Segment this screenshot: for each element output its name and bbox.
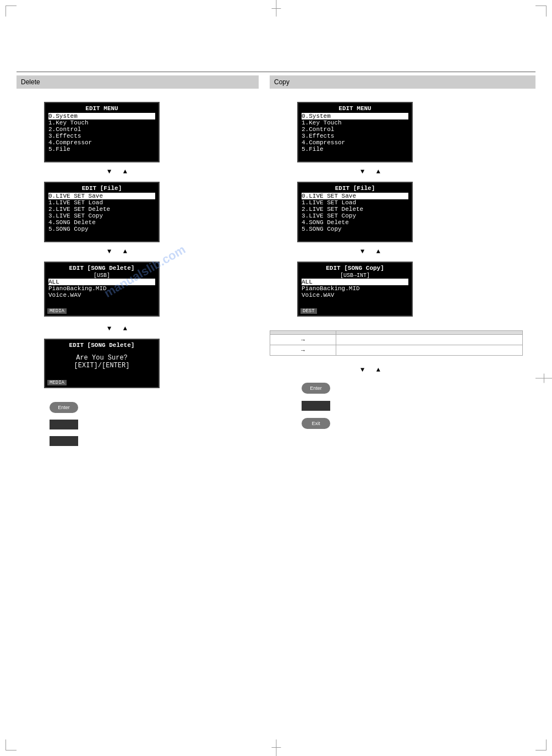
table-cell-1 [336,335,523,345]
right-nav-2: ▼ ▲ [360,248,380,255]
right-nav-3: ▼ ▲ [360,366,380,374]
left-s1-item-3: 3.Effects [48,133,155,139]
left-s2-item-5: 5.SONG Copy [48,226,155,232]
corner-mark-br [535,739,546,750]
left-s1-item-5: 5.File [48,146,155,153]
right-s2-item-4: 4.SONG Delete [302,219,408,226]
main-divider [17,72,535,72]
right-s1-item-5: 5.File [302,146,408,153]
left-screen-2: EDIT [File] 0.LIVE SET Save 1.LIVE SET L… [44,182,160,242]
left-screen-4: EDIT [SONG Delete] Are You Sure? [EXIT]/… [44,339,160,388]
left-s1-item-2: 2.Control [48,126,155,133]
left-exit-button[interactable] [50,436,78,446]
table-header-col2 [336,331,523,335]
right-square-button[interactable] [302,401,330,411]
corner-mark-tr [535,6,546,17]
right-exit-button[interactable]: Exit [302,418,330,429]
table-arrow-1: → [270,335,336,345]
table-row: → [270,345,523,356]
left-nav-2: ▼ ▲ [107,248,127,255]
right-screen-3: EDIT [SONG Copy] [USB→INT] ALL PianoBack… [297,262,413,317]
right-s3-item-0: ALL [302,279,408,285]
info-table: → → [270,330,523,356]
left-s3-item-2: Voice.WAV [48,292,155,298]
right-s1-item-4: 4.Compressor [302,139,408,146]
right-s1-item-1: 1.Key Touch [302,119,408,126]
left-screen-4-title: EDIT [SONG Delete] [48,342,155,349]
left-s2-item-3: 3.LIVE SET Copy [48,213,155,219]
left-screen-2-title: EDIT [File] [48,185,155,192]
right-s3-bottom-label: DEST [300,308,317,314]
crosshair-bottom [276,739,276,756]
left-s2-item-2: 2.LIVE SET Delete [48,206,155,213]
left-s4-bottom-label: MEDIA [47,380,67,385]
left-s3-item-1: PianoBacking.MID [48,285,155,292]
right-screen-1: EDIT MENU 0.System 1.Key Touch 2.Control… [297,102,413,162]
right-screen-3-subtitle: [USB→INT] [302,273,408,279]
corner-mark-bl [6,739,17,750]
right-section-header: Copy [270,75,535,89]
right-s2-item-5: 5.SONG Copy [302,226,408,232]
left-s3-bottom-label: MEDIA [47,308,67,314]
right-s2-item-0: 0.LIVE SET Save [302,193,408,199]
right-s2-item-1: 1.LIVE SET Load [302,199,408,206]
crosshair-top [276,0,276,17]
right-s1-item-3: 3.Effects [302,133,408,139]
left-s1-item-0: 0.System [48,113,155,119]
left-enter-button[interactable]: Enter [50,402,78,413]
right-screen-2-title: EDIT [File] [302,185,408,192]
right-screen-2: EDIT [File] 0.LIVE SET Save 1.LIVE SET L… [297,182,413,242]
left-section-header: Delete [17,75,259,89]
left-s3-item-0: ALL [48,279,155,285]
right-s2-item-2: 2.LIVE SET Delete [302,206,408,213]
left-s4-body-line1: Are You Sure? [48,354,155,362]
table-cell-2 [336,345,523,356]
right-s2-item-3: 3.LIVE SET Copy [302,213,408,219]
right-s1-item-0: 0.System [302,113,408,119]
left-s1-item-1: 1.Key Touch [48,119,155,126]
right-screen-1-title: EDIT MENU [302,105,408,112]
left-screen-3-title: EDIT [SONG Delete] [48,265,155,271]
left-s4-body-line2: [EXIT]/[ENTER] [48,362,155,369]
corner-mark-tl [6,6,17,17]
left-s2-item-0: 0.LIVE SET Save [48,193,155,199]
right-nav-1: ▼ ▲ [360,168,380,176]
left-square-button[interactable] [50,420,78,429]
right-s1-item-2: 2.Control [302,126,408,133]
left-nav-3: ▼ ▲ [107,325,127,333]
right-screen-3-title: EDIT [SONG Copy] [302,265,408,271]
right-s3-item-2: Voice.WAV [302,292,408,298]
left-screen-1-title: EDIT MENU [48,105,155,112]
right-enter-button[interactable]: Enter [302,383,330,394]
crosshair-right [535,378,552,378]
left-screen-3: EDIT [SONG Delete] [USB] ALL PianoBackin… [44,262,160,317]
table-row: → [270,335,523,345]
table-header-col1 [270,331,336,335]
left-s2-item-4: 4.SONG Delete [48,219,155,226]
left-screen-3-subtitle: [USB] [48,273,155,279]
left-nav-1: ▼ ▲ [107,168,127,176]
left-s1-item-4: 4.Compressor [48,139,155,146]
left-screen-1: EDIT MENU 0.System 1.Key Touch 2.Control… [44,102,160,162]
left-s2-item-1: 1.LIVE SET Load [48,199,155,206]
right-s3-item-1: PianoBacking.MID [302,285,408,292]
table-arrow-2: → [270,345,336,356]
